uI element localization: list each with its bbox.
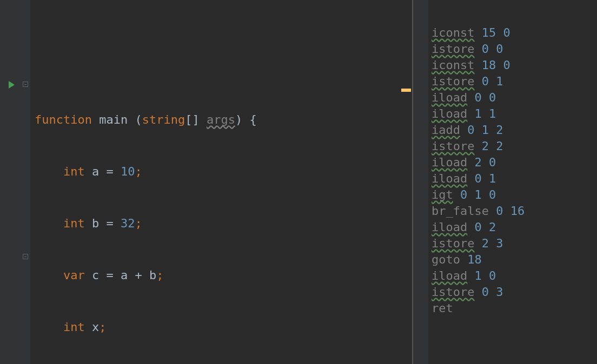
fold-open-icon[interactable] — [23, 82, 28, 87]
number: 32 — [121, 217, 135, 230]
bytecode-line[interactable]: istore 0 3 — [432, 284, 597, 300]
fn-name: main — [99, 113, 128, 126]
bytecode-line[interactable]: ret — [432, 300, 597, 316]
bytecode-args: 0 2 — [467, 220, 496, 234]
mnemonic: igt — [432, 188, 453, 201]
bytecode-gutter — [413, 0, 428, 364]
warning-stripe[interactable] — [401, 89, 411, 92]
run-icon[interactable] — [9, 81, 15, 89]
bytecode-args: 0 1 0 — [453, 188, 496, 201]
bytecode-line[interactable]: istore 0 1 — [432, 73, 597, 90]
code-line[interactable]: int a = 10; — [35, 163, 412, 180]
mnemonic: istore — [432, 237, 474, 250]
bytecode-args: 18 — [460, 253, 482, 266]
bytecode-args: 0 16 — [489, 204, 525, 218]
mnemonic: iadd — [432, 123, 460, 137]
keyword: var — [63, 268, 85, 282]
parameter: args — [207, 113, 235, 126]
code-line[interactable]: int b = 32; — [35, 215, 412, 232]
bytecode-line[interactable]: iload 0 2 — [432, 219, 597, 235]
code-line[interactable]: var c = a + b; — [35, 267, 412, 284]
bytecode-line[interactable]: iload 1 0 — [432, 268, 597, 284]
bytecode-line[interactable]: iload 0 1 — [432, 171, 597, 187]
keyword: int — [63, 320, 85, 334]
bytecode-args: 0 0 — [467, 91, 496, 104]
mnemonic: iload — [432, 91, 467, 104]
bytecode-panel[interactable]: iconst 15 0istore 0 0iconst 18 0istore 0… — [428, 0, 597, 364]
number: 10 — [121, 165, 135, 178]
bytecode-line[interactable]: iconst 18 0 — [432, 57, 597, 73]
keyword: int — [63, 217, 85, 230]
mnemonic: istore — [432, 139, 474, 153]
mnemonic: goto — [432, 253, 460, 266]
mnemonic: br_false — [432, 204, 489, 218]
mnemonic: iconst — [432, 26, 474, 39]
fold-close-icon[interactable] — [23, 254, 28, 259]
code-line[interactable]: int x; — [35, 319, 412, 336]
bytecode-args: 0 1 2 — [460, 123, 503, 137]
bytecode-line[interactable]: br_false 0 16 — [432, 203, 597, 219]
mnemonic: iload — [432, 269, 467, 282]
keyword: string — [142, 113, 185, 126]
bytecode-line[interactable]: goto 18 — [432, 252, 597, 268]
bytecode-args: 0 1 — [467, 172, 496, 185]
bytecode-args: 2 0 — [467, 156, 496, 169]
bytecode-line[interactable]: iconst 15 0 — [432, 25, 597, 41]
bytecode-line[interactable]: istore 2 2 — [432, 138, 597, 154]
bytecode-args: 1 0 — [467, 269, 496, 282]
bytecode-args: 2 2 — [474, 139, 503, 153]
mnemonic: iconst — [432, 58, 474, 72]
code-line[interactable]: function main (string[] args) { — [35, 111, 412, 129]
bytecode-args: 15 0 — [474, 26, 510, 39]
bytecode-args: 0 3 — [474, 285, 503, 299]
bytecode-args: 18 0 — [474, 58, 510, 72]
bytecode-args: 1 1 — [467, 107, 496, 120]
mnemonic: iload — [432, 220, 467, 234]
bytecode-line[interactable]: iload 0 0 — [432, 90, 597, 106]
keyword: function — [35, 113, 92, 126]
mnemonic: istore — [432, 75, 474, 88]
bytecode-args: 2 3 — [474, 237, 503, 250]
mnemonic: iload — [432, 172, 467, 185]
bytecode-line[interactable]: iadd 0 1 2 — [432, 122, 597, 138]
bytecode-args: 0 1 — [474, 75, 503, 88]
source-editor[interactable]: function main (string[] args) { int a = … — [30, 0, 412, 364]
mnemonic: istore — [432, 42, 474, 56]
mnemonic: ret — [432, 301, 453, 315]
bytecode-line[interactable]: iload 1 1 — [432, 106, 597, 122]
bytecode-line[interactable]: igt 0 1 0 — [432, 187, 597, 203]
editor-gutter — [0, 0, 30, 364]
bytecode-line[interactable]: iload 2 0 — [432, 154, 597, 171]
mnemonic: iload — [432, 107, 467, 120]
bytecode-args: 0 0 — [474, 42, 503, 56]
mnemonic: istore — [432, 285, 474, 299]
bytecode-line[interactable]: istore 2 3 — [432, 235, 597, 252]
keyword: int — [63, 165, 85, 178]
bytecode-line[interactable]: istore 0 0 — [432, 41, 597, 57]
mnemonic: iload — [432, 156, 467, 169]
